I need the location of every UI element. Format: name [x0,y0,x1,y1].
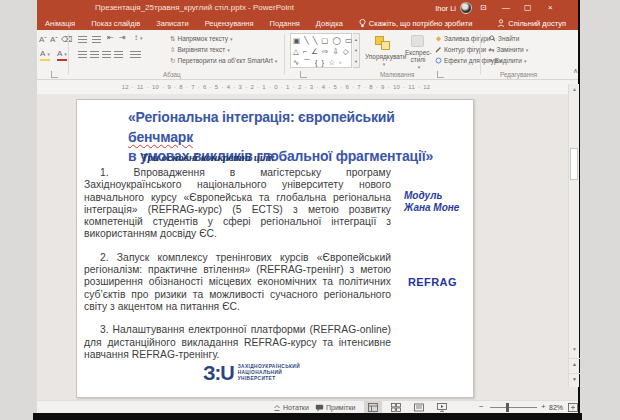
minimize-button[interactable]: — [502,0,524,16]
tab-animation[interactable]: Анімація [37,19,83,28]
comment-icon [315,404,324,412]
maximize-icon: ▢ [524,0,532,16]
tell-me-box[interactable]: Скажіть, що потрібно зробити [359,19,473,28]
close-icon: × [548,0,553,16]
misspelled-word: бенчмарк [128,129,193,145]
shape-outline-button[interactable]: Контур фігури [435,46,491,53]
refrag-label[interactable]: REFRAG [408,276,457,288]
font-color-button[interactable]: А [57,49,67,61]
justify-icon[interactable] [114,51,123,58]
smartart-icon: ↻ [170,57,175,64]
clear-formatting-button[interactable]: ⌫ [61,35,72,45]
scroll-down-icon: ▼ [353,45,359,56]
shapes-gallery-scroll[interactable]: ▲▼▼ [353,33,360,68]
university-logo: З:U ЗАХІДНОУКРАЇНСЬКИЙ НАЦІОНАЛЬНИЙ УНІВ… [203,363,300,383]
columns-icon[interactable] [130,51,141,58]
shapes-gallery[interactable]: ▣ ╲ ╲ ▢ ◯ ▭ △ ⌐ ∠ ⇨ ⇩ ◇ ∿ ⌒ { } ☆ ◦ [290,33,352,68]
editing-group-label: Редагування [500,71,537,78]
scroll-up-icon: ▲ [353,34,359,45]
slide-workspace: «Регіональна інтеграція: європейський бе… [37,94,578,400]
font-dialog-launcher-icon[interactable] [51,71,58,78]
decrease-indent-icon[interactable]: ⇤ [107,33,114,43]
align-center-icon[interactable] [90,51,99,58]
notes-button[interactable]: Нотатки [273,402,309,413]
tab-view[interactable]: Подання [262,19,308,28]
comments-button[interactable]: Примітки [315,402,355,413]
shapes-row-2: △ ⌐ ∠ ⇨ ⇩ ◇ [293,46,349,57]
find-button[interactable]: Знайти [489,35,519,42]
zoom-in-button[interactable]: + [541,402,546,411]
zoom-out-button[interactable]: − [479,402,484,411]
shapes-row-3: ∿ ⌒ { } ☆ ◦ [293,57,349,68]
scrollbar-down-icon[interactable]: ▼ [569,346,580,352]
share-button[interactable]: Спільний доступ [497,19,566,28]
account-button[interactable]: Ihor Li [435,0,472,16]
gallery-more-icon: ▼ [353,56,359,67]
notes-icon [273,404,281,412]
tab-review[interactable]: Рецензування [197,19,262,28]
arrange-button[interactable]: Упорядкувати [365,34,401,67]
scrollbar-thumb[interactable] [570,148,578,180]
quick-styles-icon [411,35,424,47]
powerpoint-window: Презентація_25травня_круглий стіл.pptx -… [37,0,580,413]
replace-icon: ⇆ [489,46,494,53]
text-direction-button[interactable]: ⇅Напрямок тексту [170,35,233,43]
zoom-slider-track[interactable] [490,407,537,408]
slide-canvas[interactable]: «Регіональна інтеграція: європейський бе… [76,99,474,398]
normal-view-icon [368,403,378,412]
taskbar-strip [33,413,582,420]
scrollbar-up-icon[interactable]: ▲ [569,86,580,92]
person-icon [497,19,505,27]
goal-paragraph-1: 1. Впровадження в магістерську програму … [84,167,391,241]
drawing-dialog-launcher-icon[interactable] [437,71,444,78]
zoom-level[interactable]: 82% [549,404,563,411]
lightbulb-icon [359,19,366,28]
document-title: Презентація_25травня_круглий стіл.pptx -… [95,3,294,12]
ribbon-tab-row: Анімація Показ слайдів Записати Рецензув… [37,16,578,30]
maximize-button[interactable]: ▢ [524,0,546,16]
select-button[interactable]: ⌖Виділити [489,57,526,65]
align-text-button[interactable]: ⇳Вирівняти текст [170,46,230,54]
line-spacing-icon[interactable]: ↕ [134,33,143,43]
avatar[interactable] [460,2,472,14]
shape-fill-button[interactable]: Заливка фігури [435,35,495,42]
tab-slideshow[interactable]: Показ слайдів [83,19,148,28]
slide-subtitle[interactable]: Три основні конкретні цілі: [141,151,275,163]
numbering-icon[interactable] [92,36,101,43]
fit-to-window-icon [568,403,578,412]
align-left-icon[interactable] [78,51,87,58]
pencil-icon [435,46,442,53]
collapse-ribbon-icon[interactable] [573,67,578,75]
paragraph-group-label: Абзац [163,71,181,78]
tab-record[interactable]: Записати [148,19,196,28]
tab-help[interactable]: Довідка [308,19,351,28]
ribbon-display-options-button[interactable]: ⊡ [480,0,502,16]
previous-slide-button[interactable]: ▲ [569,358,580,370]
ribbon-display-icon: ⊡ [480,0,487,16]
next-slide-button[interactable]: ▼ [569,373,580,385]
highlight-color-button[interactable]: А [40,49,50,61]
horizontal-ruler[interactable]: 12 · 11 · 10 · 9 · 8 · 7 · 6 · 5 · 4 · 3… [37,81,578,94]
shapes-row-1: ▣ ╲ ╲ ▢ ◯ ▭ [293,35,349,46]
align-right-icon[interactable] [102,51,111,58]
bullets-icon[interactable] [78,36,87,43]
shrink-font-button[interactable]: Аˇ [50,35,58,45]
paragraph-dialog-launcher-icon[interactable] [300,71,307,78]
effects-icon [435,57,442,64]
slide-body-textbox[interactable]: 1. Впровадження в магістерську програму … [84,167,391,361]
drawing-group-label: Малювання [380,71,414,78]
replace-button[interactable]: ⇆Замінити [489,46,528,54]
quick-styles-button[interactable]: Експрес- стилі [405,34,431,70]
close-button[interactable]: × [548,0,570,16]
jean-monnet-module-label[interactable]: Модуль Жана Моне [404,190,459,214]
slide-sorter-icon [391,403,401,412]
convert-smartart-button[interactable]: ↻Перетворити на об’єкт SmartArt [170,57,277,65]
minimize-icon: — [502,0,510,16]
zoom-slider-thumb[interactable] [506,403,509,412]
reading-view-icon [414,403,424,412]
search-icon [489,35,496,42]
grow-font-button[interactable]: Аˆ [39,35,47,45]
vertical-scrollbar[interactable]: ▲ ▼ ▲ ▼ [568,84,579,387]
text-direction-icon: ⇅ [170,35,175,42]
increase-indent-icon[interactable]: ⇥ [119,33,126,43]
